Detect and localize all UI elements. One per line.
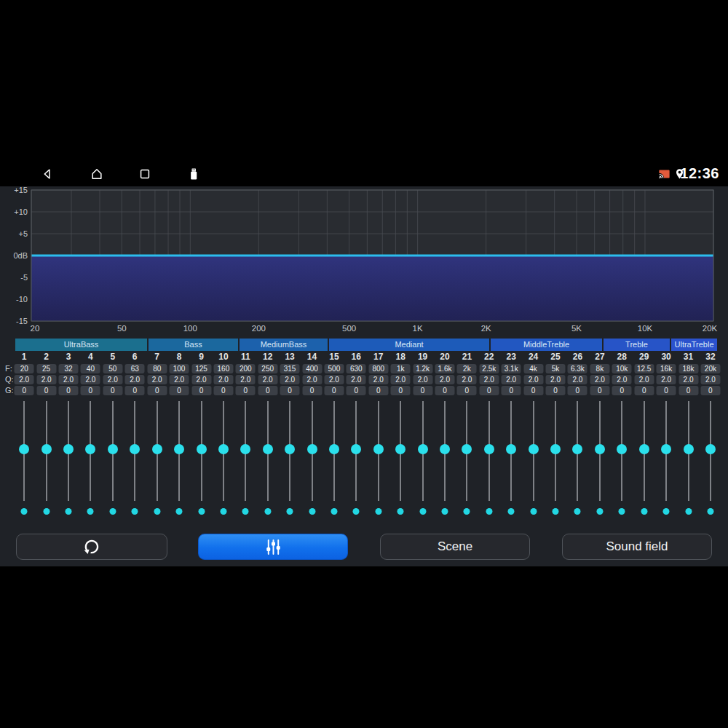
gain-slider-knob[interactable] [174,444,184,454]
gain-slider-knob[interactable] [218,444,229,454]
gain-value: 0 [103,386,122,395]
x-tick-label: 20 [31,324,40,333]
eq-channel-column: 2912.52.00 [633,352,655,518]
frequency-value: 2k [457,364,477,373]
frequency-value: 50 [103,364,122,373]
gain-slider-knob[interactable] [373,444,384,454]
frequency-value: 8k [590,364,609,373]
q-factor-value: 2.0 [103,375,122,384]
gain-value: 0 [324,386,344,395]
gain-value: 0 [546,386,566,395]
gain-slider-knob[interactable] [484,444,494,454]
home-icon[interactable] [90,167,104,181]
gain-slider-knob[interactable] [661,444,671,454]
channel-number: 9 [199,352,204,362]
gain-slider-knob[interactable] [705,444,716,454]
x-tick-label: 500 [342,324,356,333]
gain-slider-knob[interactable] [351,444,361,454]
gain-slider-knob[interactable] [197,444,207,454]
channel-number: 19 [418,352,427,362]
eq-channel-column: 155002.00 [323,352,345,518]
frequency-value: 12.5 [634,364,654,373]
gain-slider-knob[interactable] [307,444,317,454]
y-tick-label: +15 [14,186,28,194]
frequency-value: 2.5k [479,364,499,373]
channel-number: 23 [507,352,516,362]
gain-slider-knob[interactable] [240,444,250,454]
frequency-value: 18k [678,364,698,373]
q-factor-value: 2.0 [125,375,145,384]
gain-slider-knob[interactable] [684,444,694,454]
status-bar: 12:36 [0,162,728,186]
q-factor-value: 2.0 [147,375,167,384]
channel-number: 2 [44,352,49,362]
gain-slider-knob[interactable] [85,444,95,454]
q-factor-value: 2.0 [590,375,609,384]
gain-slider-knob[interactable] [440,444,450,454]
channel-number: 16 [352,352,361,362]
slider-bottom-dot [530,508,537,515]
gain-slider-knob[interactable] [19,444,29,454]
usb-icon [186,167,201,181]
q-factor-value: 2.0 [612,375,632,384]
q-factor-value: 2.0 [258,375,277,384]
q-factor-value: 2.0 [700,375,720,384]
gain-slider-knob[interactable] [152,444,162,454]
q-factor-value: 2.0 [413,375,432,384]
recents-icon[interactable] [138,167,152,181]
channel-number: 10 [218,352,228,362]
eq-channel-column: 166302.00 [345,352,367,518]
gain-slider-knob[interactable] [63,444,74,454]
gain-slider-knob[interactable] [506,444,516,454]
eq-channel-column: 81002.00 [168,352,190,518]
eq-channel-column: 3118k2.00 [677,352,699,518]
q-factor-value: 2.0 [236,375,256,384]
slider-bottom-dot [419,508,426,515]
gain-slider-knob[interactable] [529,444,539,454]
gain-slider-knob[interactable] [130,444,140,454]
gain-slider-knob[interactable] [108,444,118,454]
gain-slider-knob[interactable] [462,444,472,454]
gain-slider-knob[interactable] [41,444,52,454]
gain-slider-knob[interactable] [418,444,428,454]
frequency-value: 20 [15,364,34,373]
frequency-value: 125 [191,364,211,373]
eq-channel-column: 144002.00 [301,352,323,518]
channel-number: 26 [573,352,582,362]
x-tick-label: 2K [481,324,491,333]
gain-slider-knob[interactable] [550,444,561,454]
slider-bottom-dot [198,508,205,515]
channel-number: 5 [110,352,115,362]
gain-slider-knob[interactable] [329,444,339,454]
band-header-mediant: Mediant [329,339,489,351]
channel-number: 20 [440,352,449,362]
frequency-value: 630 [347,364,366,373]
channel-number: 28 [617,352,627,362]
equalizer-button[interactable] [198,534,348,560]
gain-value: 0 [634,386,654,395]
scene-button[interactable]: Scene [380,534,530,560]
channel-number: 32 [705,352,715,362]
gain-slider-knob[interactable] [595,444,605,454]
gain-value: 0 [700,386,720,395]
gain-value: 0 [236,386,256,395]
gain-slider-knob[interactable] [639,444,649,454]
gain-slider-knob[interactable] [285,444,295,454]
eq-channel-column: 3220k2.00 [700,352,721,518]
gain-value: 0 [678,386,698,395]
gain-slider-knob[interactable] [617,444,627,454]
gain-slider-knob[interactable] [263,444,273,454]
sound-field-button[interactable]: Sound field [562,534,712,560]
q-factor-value: 2.0 [324,375,344,384]
eq-channel-column: 201.6k2.00 [434,352,456,518]
gain-slider-knob[interactable] [395,444,405,454]
slider-bottom-dot [154,508,160,515]
q-factor-value: 2.0 [678,375,698,384]
q-factor-value: 2.0 [280,375,300,384]
q-factor-value: 2.0 [546,375,566,384]
channel-number: 30 [661,352,670,362]
y-tick-label: -15 [16,317,28,325]
back-icon[interactable] [40,167,55,181]
reset-button[interactable] [16,534,167,560]
gain-slider-knob[interactable] [572,444,582,454]
